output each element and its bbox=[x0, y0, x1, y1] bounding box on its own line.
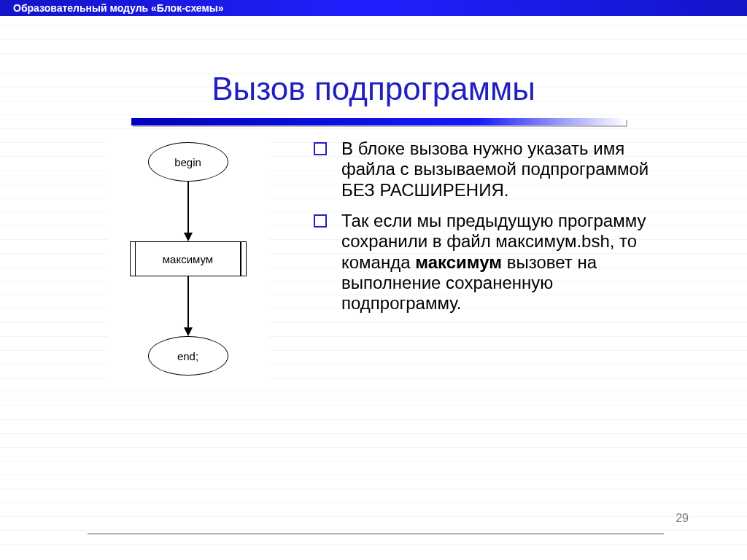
page-number: 29 bbox=[676, 512, 689, 525]
slide-body: Вызов подпрограммы begin максимум end; В… bbox=[0, 16, 747, 548]
bullet-column: В блоке вызова нужно указать имя файла с… bbox=[314, 139, 678, 383]
flowchart-process-node: максимум bbox=[130, 241, 247, 276]
flowchart-diagram: begin максимум end; bbox=[108, 139, 268, 383]
bullet-text: В блоке вызова нужно указать имя файла с… bbox=[341, 139, 649, 200]
flowchart-column: begin максимум end; bbox=[22, 139, 314, 383]
bullet-text-bold: максимум bbox=[415, 252, 502, 272]
arrow-line-icon bbox=[187, 182, 189, 234]
flowchart-end-node: end; bbox=[148, 336, 228, 376]
bullet-list: В блоке вызова нужно указать имя файла с… bbox=[314, 139, 657, 314]
flowchart-begin-node: begin bbox=[148, 142, 228, 182]
list-item: Так если мы предыдущую программу сохрани… bbox=[314, 211, 657, 314]
slide-title: Вызов подпрограммы bbox=[22, 16, 725, 118]
footer-divider bbox=[88, 533, 664, 534]
arrow-line-icon bbox=[187, 276, 189, 329]
header-bar: Образовательный модуль «Блок-схемы» bbox=[0, 0, 747, 16]
content-row: begin максимум end; В блоке вызова нужно… bbox=[22, 139, 725, 383]
header-label: Образовательный модуль «Блок-схемы» bbox=[13, 2, 224, 14]
list-item: В блоке вызова нужно указать имя файла с… bbox=[314, 139, 657, 201]
title-underline bbox=[131, 118, 626, 125]
